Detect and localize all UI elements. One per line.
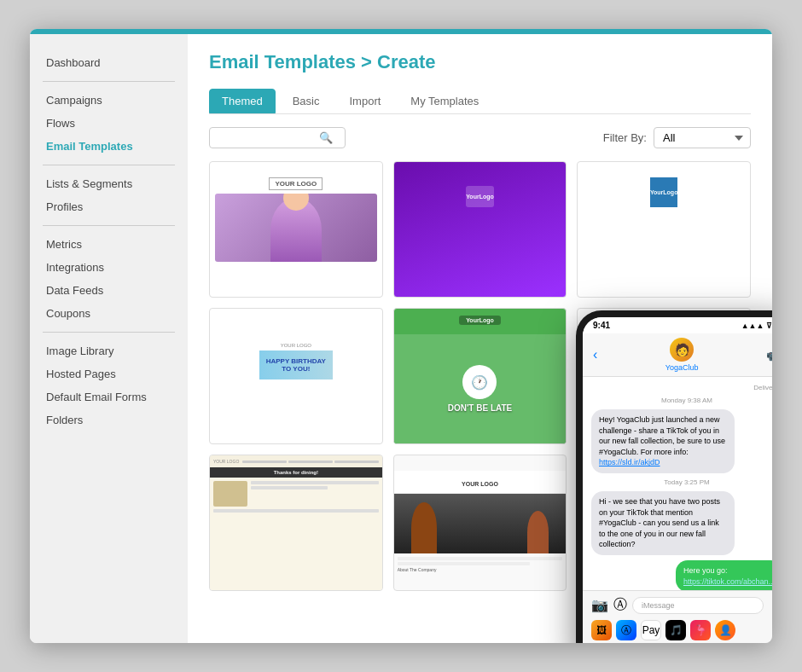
phone-camera-icon[interactable]: 📷 [591,597,608,613]
phone-date-morning: Monday 9:38 AM [591,397,772,404]
sidebar-item-default-email-forms[interactable]: Default Email Forms [43,385,175,408]
template-card-5[interactable]: YourLogo 🕐 DON'T BE LATE [393,308,567,444]
phone-input-bar: 📷 Ⓐ iMessage 🎙 🖼 Ⓐ Pay 🎵 🦩 👤 [583,590,772,643]
phone-overlay: 9:41 ▲▲▲ ⊽ ▓ ‹ 🧑 YogaClub 📹 Delivered [576,310,772,643]
template-8-body: About The Company [394,553,567,576]
phone-msg2: Hi - we see that you have two posts on y… [591,491,735,555]
search-input[interactable] [217,132,319,144]
template-7-banner: Thanks for dining! [210,467,382,478]
phone-status-icons: ▲▲▲ ⊽ ▓ [741,322,772,330]
tab-basic[interactable]: Basic [280,89,333,113]
phone-msg3: Here you go: https://tiktok.com/abchan..… [676,560,772,590]
phone-app-avatar[interactable]: 👤 [715,620,735,640]
template-card-8[interactable]: YOUR LOGO About The Company [393,455,567,591]
template-card-3[interactable]: YourLogo [577,161,751,298]
search-box[interactable]: 🔍 [209,127,346,148]
phone-msg1: Hey! YogaClub just launched a new challe… [591,409,735,473]
phone-app-music[interactable]: 🎵 [665,620,686,640]
sidebar-item-dashboard[interactable]: Dashboard [43,51,175,74]
sidebar-item-image-library[interactable]: Image Library [43,339,175,362]
phone-date-afternoon: Today 3:25 PM [591,478,772,486]
sidebar-divider-3 [43,225,175,226]
filter-label: Filter By: [603,131,647,144]
phone-audio-icon[interactable]: 🎙 [769,598,772,613]
page-title: Email Templates > Create [209,51,751,73]
sidebar-item-email-templates[interactable]: Email Templates [43,135,175,158]
sidebar-item-campaigns[interactable]: Campaigns [43,89,175,112]
template-4-body [293,379,299,413]
template-3-header: YourLogo [650,177,678,207]
template-card-7[interactable]: YOUR LOGO Thanks for dining! [209,455,383,591]
sidebar-divider-1 [43,81,175,82]
phone-time: 9:41 [593,321,610,330]
sidebar-item-folders[interactable]: Folders [43,408,175,432]
phone-screen: 9:41 ▲▲▲ ⊽ ▓ ‹ 🧑 YogaClub 📹 Delivered [583,317,772,643]
phone-back-button[interactable]: ‹ [593,347,597,362]
sidebar-item-flows[interactable]: Flows [43,112,175,135]
wifi-icon: ⊽ [766,322,772,330]
phone-delivered: Delivered [591,384,772,391]
phone-contact: 🧑 YogaClub [665,338,699,372]
tabs-bar: Themed Basic Import My Templates [209,89,751,114]
phone-input-field[interactable]: iMessage [632,597,764,614]
sidebar-item-metrics[interactable]: Metrics [43,233,175,256]
sidebar-item-data-feeds[interactable]: Data Feeds [43,279,175,302]
sidebar-item-lists-segments[interactable]: Lists & Segments [43,172,175,195]
search-filter-row: 🔍 Filter By: All Promotional Transaction… [209,127,751,148]
phone-input-row: 📷 Ⓐ iMessage 🎙 [591,596,772,614]
template-logo-text: YOUR LOGO [269,177,323,190]
template-5-content: 🕐 DON'T BE LATE [394,334,567,443]
sidebar-divider-4 [43,332,175,333]
template-7-body [210,478,382,590]
template-image-1 [215,194,377,262]
template-card-2[interactable]: YourLogo [393,161,567,298]
sidebar-divider-2 [43,165,175,165]
phone-apps-row: 🖼 Ⓐ Pay 🎵 🦩 👤 [591,618,772,642]
template-card-1[interactable]: YOUR LOGO [209,161,383,298]
sidebar-item-profiles[interactable]: Profiles [43,195,175,218]
template-2-logo: YourLogo [466,194,494,200]
sidebar-item-integrations[interactable]: Integrations [43,256,175,279]
template-3-body [660,263,668,282]
template-7-top: YOUR LOGO [210,455,382,467]
template-8-logo: YOUR LOGO [394,471,567,494]
filter-select[interactable]: All Promotional Transactional Newsletter [654,127,751,148]
phone-msg1-link[interactable]: https://sld.ir/akjdD [599,458,660,466]
phone-apps-icon[interactable]: Ⓐ [613,596,627,614]
phone-app-pay[interactable]: Pay [641,620,661,640]
phone-app-store[interactable]: Ⓐ [616,620,636,640]
template-8-image [394,494,567,553]
tab-themed[interactable]: Themed [209,89,276,113]
sidebar-item-coupons[interactable]: Coupons [43,302,175,325]
phone-status-bar: 9:41 ▲▲▲ ⊽ ▓ [583,317,772,333]
template-4-banner: HAPPY BIRTHDAYTO YOU! [259,350,333,379]
phone-nav-bar: ‹ 🧑 YogaClub 📹 [583,333,772,377]
app-window: Dashboard Campaigns Flows Email Template… [30,29,772,643]
filter-row: Filter By: All Promotional Transactional… [603,127,751,148]
template-4-logo: YOUR LOGO [278,340,314,350]
phone-msg3-link[interactable]: https://tiktok.com/abchan... [683,577,772,586]
phone-video-icon[interactable]: 📹 [766,348,772,362]
template-5-logo: YourLogo [394,316,567,325]
sidebar-item-hosted-pages[interactable]: Hosted Pages [43,362,175,385]
tab-my-templates[interactable]: My Templates [398,89,491,113]
phone-avatar: 🧑 [670,338,694,362]
template-card-4[interactable]: YOUR LOGO HAPPY BIRTHDAYTO YOU! [209,308,383,444]
tab-import[interactable]: Import [337,89,394,113]
phone-contact-name: YogaClub [665,363,699,372]
sidebar: Dashboard Campaigns Flows Email Template… [30,34,188,643]
search-icon: 🔍 [319,131,333,144]
signal-icon: ▲▲▲ [741,322,764,330]
phone-app-photos[interactable]: 🖼 [591,620,612,640]
phone-messages: Delivered Monday 9:38 AM Hey! YogaClub j… [583,377,772,590]
phone-app-flamingo[interactable]: 🦩 [690,620,711,640]
